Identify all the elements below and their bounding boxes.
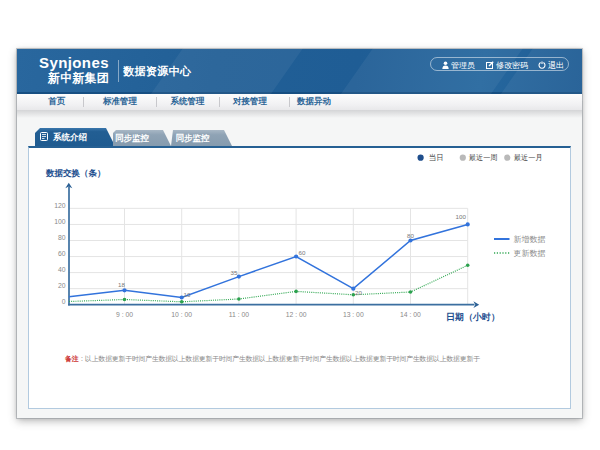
svg-text:0: 0 xyxy=(62,298,66,305)
svg-text:10 : 00: 10 : 00 xyxy=(171,311,192,318)
svg-text:13 : 00: 13 : 00 xyxy=(343,311,364,318)
svg-text:日期（小时）: 日期（小时） xyxy=(446,312,500,322)
svg-text:80: 80 xyxy=(58,234,66,241)
svg-text:60: 60 xyxy=(58,250,66,257)
svg-text:9 : 00: 9 : 00 xyxy=(116,311,133,318)
svg-text:11 : 00: 11 : 00 xyxy=(229,311,250,318)
svg-text:60: 60 xyxy=(299,249,306,256)
svg-text:更新数据: 更新数据 xyxy=(514,249,546,258)
svg-text:40: 40 xyxy=(58,266,66,273)
svg-text:数据交换（条）: 数据交换（条） xyxy=(45,168,106,178)
svg-text:18: 18 xyxy=(118,281,125,288)
svg-text:80: 80 xyxy=(407,232,414,239)
svg-text:10: 10 xyxy=(184,291,191,298)
svg-text:当日: 当日 xyxy=(429,153,444,162)
svg-text:最近一月: 最近一月 xyxy=(514,153,543,162)
svg-text:20: 20 xyxy=(58,282,66,289)
svg-text:100: 100 xyxy=(456,213,467,220)
svg-text:新增数据: 新增数据 xyxy=(514,235,546,244)
svg-text:100: 100 xyxy=(54,218,66,225)
svg-text:35: 35 xyxy=(231,269,238,276)
svg-text:120: 120 xyxy=(54,202,66,209)
svg-text:20: 20 xyxy=(355,289,362,296)
svg-text:12 : 00: 12 : 00 xyxy=(286,311,307,318)
svg-text:14 : 00: 14 : 00 xyxy=(400,311,421,318)
svg-text:最近一周: 最近一周 xyxy=(469,153,498,162)
